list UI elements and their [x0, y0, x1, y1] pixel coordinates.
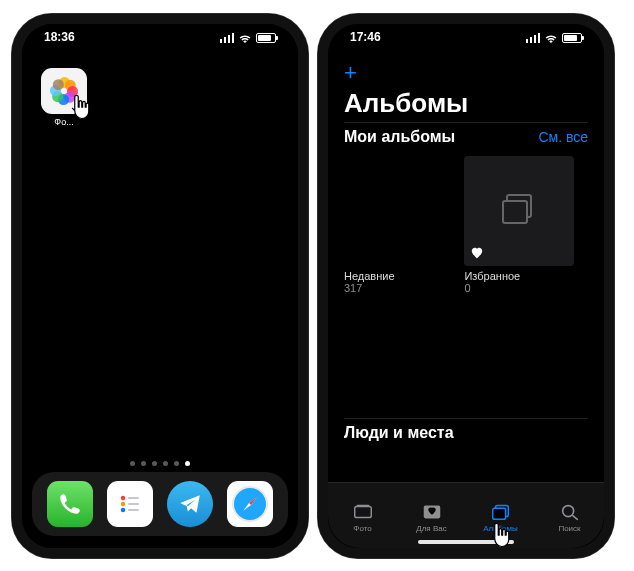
status-time: 18:36	[44, 30, 75, 46]
svg-point-2	[121, 508, 125, 512]
phone-albums: 17:46 + Альбомы Мои альбомы См. все Неда…	[318, 14, 614, 558]
svg-line-16	[572, 516, 577, 520]
photos-flower-icon	[49, 76, 79, 106]
album-count: 0	[464, 282, 574, 294]
tab-for-you[interactable]: Для Вас	[397, 483, 466, 548]
album-thumbnail[interactable]	[464, 156, 574, 266]
search-icon	[559, 502, 581, 522]
for-you-icon	[421, 502, 443, 522]
tab-albums[interactable]: Альбомы	[466, 483, 535, 548]
phone-app[interactable]	[47, 481, 93, 527]
svg-point-0	[121, 496, 125, 500]
photos-app-tile[interactable]	[41, 68, 87, 114]
section-people-places: Люди и места	[344, 424, 454, 441]
photo-stack-icon	[352, 502, 374, 522]
photos-app[interactable]: Фо...	[40, 68, 88, 127]
safari-app[interactable]	[227, 481, 273, 527]
telegram-app[interactable]	[167, 481, 213, 527]
svg-rect-14	[492, 508, 505, 519]
album-count: 317	[344, 282, 454, 294]
svg-rect-3	[128, 497, 139, 499]
photos-app-label: Фо...	[40, 117, 88, 127]
svg-rect-9	[503, 201, 527, 223]
svg-point-1	[121, 502, 125, 506]
section-my-albums: Мои альбомы	[344, 128, 455, 146]
wifi-icon	[544, 33, 558, 43]
dock	[32, 472, 288, 536]
see-all-link[interactable]: См. все	[538, 129, 588, 145]
cellular-icon	[220, 33, 234, 43]
wifi-icon	[238, 33, 252, 43]
home-indicator[interactable]	[418, 540, 514, 544]
empty-album-icon	[497, 187, 541, 235]
tab-label: Фото	[353, 524, 371, 533]
album-recent[interactable]: Недавние 317	[344, 156, 454, 294]
status-time: 17:46	[350, 30, 381, 46]
svg-point-15	[562, 506, 573, 517]
album-title: Избранное	[464, 270, 574, 282]
battery-icon	[256, 33, 276, 43]
tab-label: Поиск	[558, 524, 580, 533]
svg-rect-11	[356, 505, 369, 507]
album-favorites[interactable]: Избранное 0	[464, 156, 574, 294]
album-title: Недавние	[344, 270, 454, 282]
svg-rect-4	[128, 503, 139, 505]
tab-search[interactable]: Поиск	[535, 483, 604, 548]
tab-label: Альбомы	[483, 524, 517, 533]
add-album-button[interactable]: +	[344, 60, 357, 86]
svg-rect-10	[354, 507, 371, 518]
page-title: Альбомы	[344, 88, 468, 119]
albums-grid: Недавние 317 Избранное 0	[344, 156, 604, 294]
page-indicator[interactable]	[22, 461, 298, 466]
battery-icon	[562, 33, 582, 43]
heart-icon	[470, 246, 484, 260]
svg-rect-5	[128, 509, 139, 511]
reminders-app[interactable]	[107, 481, 153, 527]
albums-icon	[490, 502, 512, 522]
notch	[100, 24, 220, 46]
tab-photos[interactable]: Фото	[328, 483, 397, 548]
notch	[406, 24, 526, 46]
tab-bar: Фото Для Вас Альбомы Поиск	[328, 482, 604, 548]
tab-label: Для Вас	[416, 524, 446, 533]
album-thumbnail[interactable]	[344, 156, 454, 266]
cellular-icon	[526, 33, 540, 43]
phone-home: 18:36	[12, 14, 308, 558]
